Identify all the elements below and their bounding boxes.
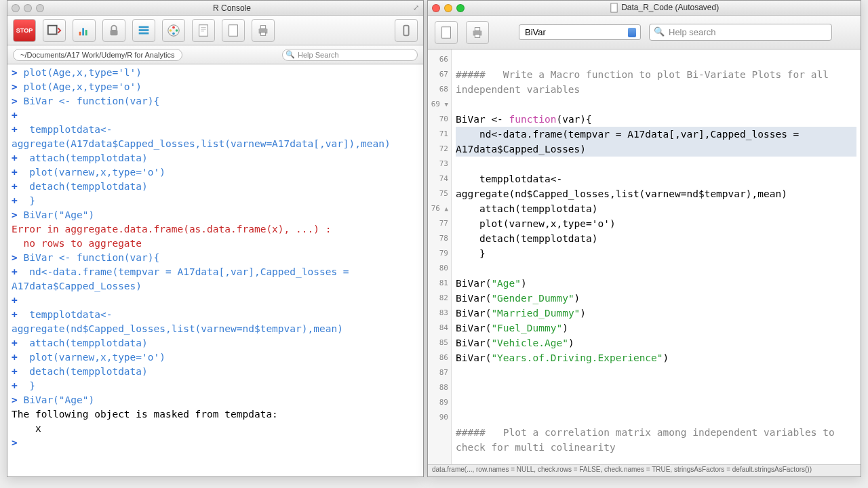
- close-icon[interactable]: [432, 4, 440, 12]
- editor-titlebar: Data_R_Code (Autosaved): [428, 1, 861, 16]
- save-button[interactable]: [435, 21, 458, 44]
- r-console-window: R Console ⤢ STOP ~/Documents/A17 Work/Ud…: [7, 0, 424, 477]
- device-button[interactable]: [395, 19, 418, 42]
- print-button[interactable]: [252, 19, 275, 42]
- console-output[interactable]: > plot(Age,x,type='l')> plot(Age,x,type=…: [7, 64, 423, 476]
- document-title: Data_R_Code (Autosaved): [471, 3, 856, 13]
- console-toolbar: STOP: [7, 16, 423, 45]
- svg-rect-16: [260, 25, 265, 28]
- svg-rect-3: [85, 30, 87, 35]
- svg-rect-19: [611, 3, 617, 12]
- svg-point-12: [170, 29, 172, 32]
- minimize-icon[interactable]: [24, 4, 32, 12]
- svg-rect-14: [229, 24, 238, 36]
- svg-rect-0: [48, 25, 57, 34]
- quartz-button[interactable]: [73, 19, 96, 42]
- working-directory[interactable]: ~/Documents/A17 Work/Udemy/R for Analyti…: [13, 49, 182, 61]
- svg-rect-5: [139, 26, 149, 28]
- svg-rect-4: [111, 30, 118, 35]
- svg-rect-22: [475, 27, 479, 30]
- code-editor[interactable]: 66676869 ▼70717273747576 ▲77787980818283…: [428, 49, 861, 464]
- editor-toolbar: BiVar Help search: [428, 16, 861, 49]
- new-button[interactable]: [222, 19, 245, 42]
- svg-rect-23: [475, 34, 479, 37]
- window-title: R Console: [51, 3, 413, 13]
- svg-rect-2: [82, 28, 84, 35]
- print-button[interactable]: [466, 21, 489, 44]
- svg-rect-18: [403, 25, 408, 35]
- svg-rect-7: [139, 32, 149, 34]
- svg-rect-17: [260, 32, 265, 35]
- close-icon[interactable]: [12, 4, 20, 12]
- expand-icon[interactable]: ⤢: [413, 3, 419, 12]
- svg-rect-6: [139, 29, 149, 31]
- source-button[interactable]: [43, 19, 66, 42]
- code-content[interactable]: ##### Write a Macro function to plot Bi-…: [452, 49, 861, 464]
- console-subbar: ~/Documents/A17 Work/Udemy/R for Analyti…: [7, 45, 423, 64]
- function-dropdown[interactable]: BiVar: [519, 24, 641, 40]
- history-button[interactable]: [132, 19, 155, 42]
- svg-point-10: [176, 29, 178, 32]
- svg-rect-13: [199, 24, 208, 36]
- zoom-icon[interactable]: [36, 4, 44, 12]
- line-gutter: 66676869 ▼70717273747576 ▲77787980818283…: [428, 49, 452, 464]
- colors-button[interactable]: [162, 19, 185, 42]
- zoom-icon[interactable]: [456, 4, 465, 12]
- minimize-icon[interactable]: [444, 4, 452, 12]
- svg-rect-20: [442, 26, 451, 38]
- help-search-input[interactable]: Help Search: [282, 49, 418, 61]
- svg-point-9: [172, 26, 175, 28]
- status-bar: data.frame(..., row.names = NULL, check.…: [428, 464, 861, 476]
- help-search-input[interactable]: Help search: [649, 24, 832, 41]
- lock-button[interactable]: [102, 19, 125, 42]
- titlebar: R Console ⤢: [7, 1, 423, 16]
- stop-button[interactable]: STOP: [13, 19, 36, 42]
- svg-point-11: [172, 32, 175, 35]
- open-button[interactable]: [192, 19, 215, 42]
- svg-rect-1: [79, 31, 81, 35]
- editor-window: Data_R_Code (Autosaved) BiVar Help searc…: [427, 0, 861, 477]
